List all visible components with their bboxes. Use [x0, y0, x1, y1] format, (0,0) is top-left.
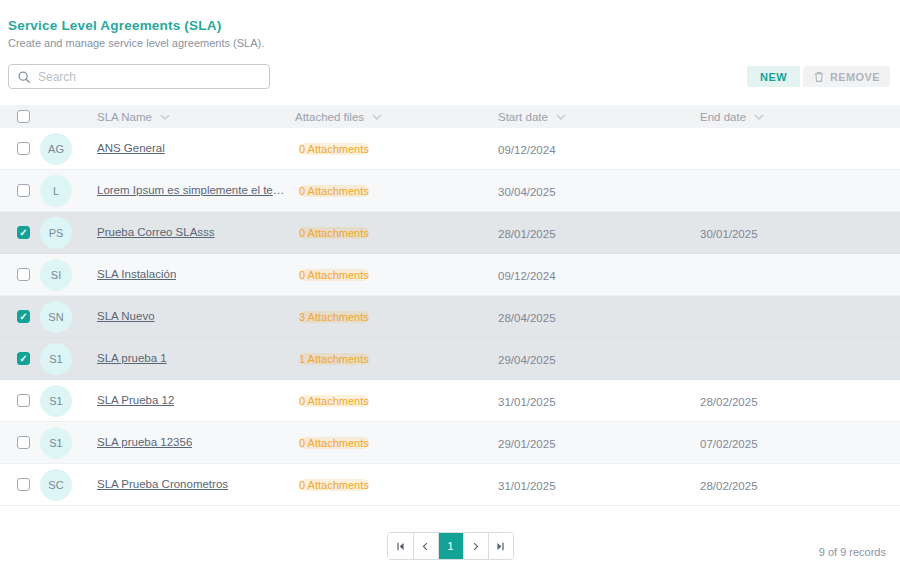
avatar: SN — [40, 301, 72, 333]
sla-name-link[interactable]: SLA Prueba 12 — [97, 394, 174, 406]
row-name-cell: SLA Nuevo — [97, 308, 295, 326]
pagination: 1 — [0, 532, 900, 560]
action-buttons: NEW REMOVE — [747, 66, 890, 87]
next-page-button[interactable] — [463, 533, 488, 559]
row-checkbox-cell — [0, 142, 40, 155]
row-avatar-cell: AG — [40, 133, 97, 165]
start-date-value: 31/01/2025 — [498, 480, 556, 492]
table-row: S1 SLA Prueba 12 0 Attachments 31/01/202… — [0, 380, 900, 422]
start-date-value: 28/04/2025 — [498, 312, 556, 324]
attachments-badge: 0 Attachments — [299, 479, 369, 491]
sla-name-link[interactable]: Prueba Correo SLAsss — [97, 226, 215, 238]
column-header-end-date[interactable]: End date — [700, 111, 900, 123]
row-name-cell: Prueba Correo SLAsss — [97, 224, 295, 242]
avatar: S1 — [40, 343, 72, 375]
search-input[interactable] — [38, 70, 261, 84]
sla-table: SLA Name Attached files Start date End d… — [0, 105, 900, 506]
first-page-button[interactable] — [388, 533, 413, 559]
toolbar: NEW REMOVE — [0, 64, 900, 89]
row-checkbox[interactable] — [17, 184, 30, 197]
row-checkbox-cell — [0, 226, 40, 239]
select-all-checkbox[interactable] — [17, 110, 30, 123]
row-checkbox-cell — [0, 436, 40, 449]
table-row: L Lorem Ipsum es simplemente el texto de… — [0, 170, 900, 212]
row-checkbox-cell — [0, 394, 40, 407]
sla-name-link[interactable]: SLA Prueba Cronometros — [97, 478, 228, 490]
current-page-button[interactable]: 1 — [438, 533, 463, 559]
attachments-badge: 3 Attachments — [299, 311, 369, 323]
search-box[interactable] — [8, 64, 270, 89]
table-header-row: SLA Name Attached files Start date End d… — [0, 105, 900, 128]
previous-page-button[interactable] — [413, 533, 438, 559]
sla-name-link[interactable]: ANS General — [97, 142, 165, 154]
column-header-attached-files[interactable]: Attached files — [295, 111, 498, 123]
row-checkbox[interactable] — [17, 142, 30, 155]
row-start-date-cell: 29/01/2025 — [498, 434, 700, 452]
start-date-value: 09/12/2024 — [498, 270, 556, 282]
sla-name-link[interactable]: SLA prueba 12356 — [97, 436, 192, 448]
end-date-value: 28/02/2025 — [700, 396, 758, 408]
column-header-label: Attached files — [295, 111, 364, 123]
end-date-value: 30/01/2025 — [700, 228, 758, 240]
new-button[interactable]: NEW — [747, 66, 800, 87]
table-row: S1 SLA prueba 1 1 Attachments 29/04/2025 — [0, 338, 900, 380]
end-date-value: 28/02/2025 — [700, 480, 758, 492]
row-end-date-cell: 28/02/2025 — [700, 392, 900, 410]
table-row: SC SLA Prueba Cronometros 0 Attachments … — [0, 464, 900, 506]
table-body: AG ANS General 0 Attachments 09/12/2024 … — [0, 128, 900, 506]
row-checkbox[interactable] — [17, 310, 30, 323]
row-avatar-cell: S1 — [40, 343, 97, 375]
avatar: SI — [40, 259, 72, 291]
row-avatar-cell: L — [40, 175, 97, 207]
chevron-right-icon — [470, 541, 481, 552]
records-count: 9 of 9 records — [819, 546, 886, 558]
start-date-value: 28/01/2025 — [498, 228, 556, 240]
row-checkbox-cell — [0, 310, 40, 323]
trash-icon — [813, 70, 825, 83]
table-row: PS Prueba Correo SLAsss 0 Attachments 28… — [0, 212, 900, 254]
row-checkbox-cell — [0, 268, 40, 281]
sla-name-link[interactable]: SLA Nuevo — [97, 310, 155, 322]
last-page-icon — [495, 541, 506, 552]
table-row: AG ANS General 0 Attachments 09/12/2024 — [0, 128, 900, 170]
row-attachments-cell: 0 Attachments — [295, 391, 498, 410]
row-start-date-cell: 30/04/2025 — [498, 182, 700, 200]
row-start-date-cell: 28/04/2025 — [498, 308, 700, 326]
header-checkbox-cell — [0, 110, 40, 123]
row-start-date-cell: 31/01/2025 — [498, 476, 700, 494]
column-header-label: SLA Name — [97, 111, 152, 123]
row-name-cell: ANS General — [97, 140, 295, 158]
row-checkbox[interactable] — [17, 226, 30, 239]
start-date-value: 30/04/2025 — [498, 186, 556, 198]
last-page-button[interactable] — [488, 533, 513, 559]
column-header-sla-name[interactable]: SLA Name — [97, 111, 295, 123]
row-checkbox[interactable] — [17, 436, 30, 449]
avatar: SC — [40, 469, 72, 501]
row-name-cell: SLA Instalación — [97, 266, 295, 284]
sla-name-link[interactable]: Lorem Ipsum es simplemente el texto de .… — [97, 184, 289, 196]
row-checkbox[interactable] — [17, 352, 30, 365]
row-name-cell: SLA Prueba Cronometros — [97, 476, 295, 494]
row-attachments-cell: 1 Attachments — [295, 349, 498, 368]
row-checkbox[interactable] — [17, 478, 30, 491]
row-name-cell: SLA prueba 1 — [97, 350, 295, 368]
end-date-value: 07/02/2025 — [700, 438, 758, 450]
column-header-start-date[interactable]: Start date — [498, 111, 700, 123]
sla-name-link[interactable]: SLA prueba 1 — [97, 352, 167, 364]
row-checkbox[interactable] — [17, 394, 30, 407]
avatar: L — [40, 175, 72, 207]
page-header: Service Level Agreements (SLA) Create an… — [0, 0, 900, 49]
page-subtitle: Create and manage service level agreemen… — [8, 37, 890, 49]
row-end-date-cell: 30/01/2025 — [700, 224, 900, 242]
sla-name-link[interactable]: SLA Instalación — [97, 268, 176, 280]
row-attachments-cell: 3 Attachments — [295, 307, 498, 326]
attachments-badge: 0 Attachments — [299, 437, 369, 449]
attachments-badge: 0 Attachments — [299, 143, 369, 155]
remove-button[interactable]: REMOVE — [803, 66, 890, 87]
row-checkbox-cell — [0, 478, 40, 491]
attachments-badge: 0 Attachments — [299, 227, 369, 239]
attachments-badge: 1 Attachments — [299, 353, 369, 365]
row-checkbox[interactable] — [17, 268, 30, 281]
row-start-date-cell: 29/04/2025 — [498, 350, 700, 368]
row-start-date-cell: 09/12/2024 — [498, 140, 700, 158]
